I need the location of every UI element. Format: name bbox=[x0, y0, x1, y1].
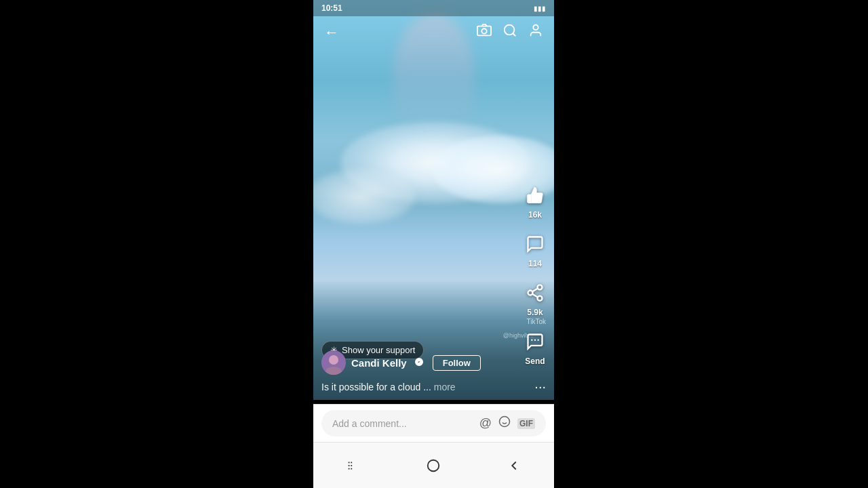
post-info: Candi Kelly Follow Is it possible for a … bbox=[313, 345, 554, 400]
like-count: 16k bbox=[528, 210, 542, 220]
gif-icon[interactable]: GIF bbox=[517, 418, 535, 429]
svg-point-5 bbox=[528, 291, 533, 296]
comment-icon bbox=[521, 230, 549, 258]
svg-point-12 bbox=[500, 417, 510, 427]
svg-rect-16 bbox=[351, 462, 352, 463]
comment-placeholder[interactable]: Add a comment... bbox=[332, 418, 474, 429]
android-menu-button[interactable] bbox=[339, 451, 368, 480]
svg-point-3 bbox=[533, 25, 538, 30]
svg-point-21 bbox=[428, 460, 439, 471]
verified-icon bbox=[414, 357, 425, 369]
avatar[interactable] bbox=[321, 350, 346, 375]
username[interactable]: Candi Kelly bbox=[351, 357, 407, 369]
camera-button[interactable] bbox=[477, 23, 492, 42]
cloud-left bbox=[313, 169, 415, 224]
user-row: Candi Kelly Follow bbox=[321, 350, 546, 375]
mention-icon[interactable]: @ bbox=[479, 416, 492, 430]
caption-row: Is it possible for a cloud ... more ··· bbox=[321, 379, 546, 394]
svg-rect-18 bbox=[351, 465, 352, 466]
svg-rect-17 bbox=[349, 465, 350, 466]
comment-input-wrapper[interactable]: Add a comment... @ GIF bbox=[321, 410, 546, 436]
video-content bbox=[313, 0, 554, 400]
caption-text: Is it possible for a cloud ... more bbox=[321, 382, 530, 392]
more-button[interactable]: more bbox=[434, 382, 456, 392]
search-button[interactable] bbox=[502, 23, 517, 42]
svg-point-4 bbox=[538, 285, 542, 289]
share-button[interactable]: 5.9k bbox=[521, 279, 549, 317]
svg-rect-15 bbox=[349, 462, 350, 463]
top-nav: ← bbox=[313, 16, 554, 49]
status-time: 10:51 bbox=[321, 3, 342, 13]
comment-count: 114 bbox=[528, 259, 542, 268]
android-home-button[interactable] bbox=[419, 451, 448, 480]
svg-point-2 bbox=[505, 25, 515, 35]
comment-icons: @ GIF bbox=[479, 415, 535, 431]
cloud-layer bbox=[313, 0, 554, 400]
profile-button[interactable] bbox=[528, 23, 543, 42]
status-icons: ▮▮▮ bbox=[534, 5, 546, 12]
back-button[interactable]: ← bbox=[324, 24, 339, 41]
like-button[interactable]: 16k bbox=[521, 182, 549, 220]
emoji-icon[interactable] bbox=[498, 415, 511, 431]
comment-button[interactable]: 114 bbox=[521, 230, 549, 268]
nav-right-icons bbox=[477, 23, 543, 42]
svg-line-7 bbox=[532, 294, 538, 298]
share-count: 5.9k bbox=[527, 308, 542, 317]
comment-area: Add a comment... @ GIF bbox=[313, 404, 554, 442]
battery-icon: ▮▮▮ bbox=[534, 5, 546, 12]
share-icon bbox=[521, 279, 549, 306]
svg-point-10 bbox=[329, 355, 338, 365]
status-bar: 10:51 ▮▮▮ bbox=[313, 0, 554, 16]
svg-rect-19 bbox=[349, 468, 350, 469]
follow-button[interactable]: Follow bbox=[433, 355, 481, 371]
like-icon bbox=[521, 182, 549, 209]
svg-line-8 bbox=[532, 289, 538, 292]
svg-rect-20 bbox=[351, 468, 352, 469]
svg-point-1 bbox=[481, 28, 486, 33]
bottom-nav bbox=[313, 442, 554, 488]
action-sidebar: 16k 114 5.9k bbox=[521, 182, 549, 366]
more-options-button[interactable]: ··· bbox=[534, 379, 546, 394]
svg-point-6 bbox=[538, 296, 542, 301]
android-back-button[interactable] bbox=[500, 451, 528, 480]
